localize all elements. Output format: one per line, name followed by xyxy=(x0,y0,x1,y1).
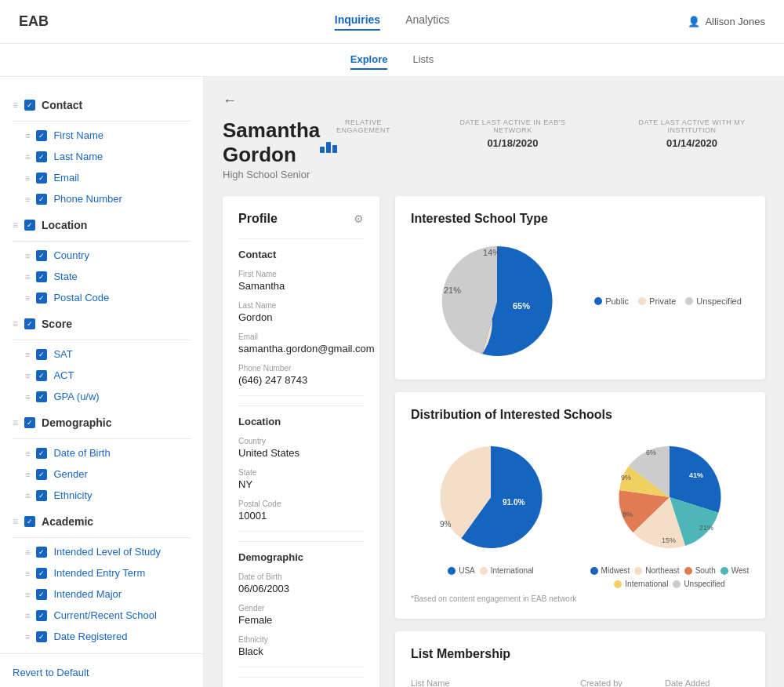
checkbox-entry[interactable] xyxy=(36,568,47,579)
checkbox-level[interactable] xyxy=(36,547,47,558)
drag-handle[interactable]: ≡ xyxy=(13,417,18,428)
sidebar-item-phone: ≡ Phone Number xyxy=(0,188,203,209)
drag-handle[interactable]: ≡ xyxy=(25,350,30,359)
drag-handle[interactable]: ≡ xyxy=(25,632,30,642)
gear-icon[interactable]: ⚙ xyxy=(354,213,364,225)
col-header-name: List Name xyxy=(411,678,580,687)
checkbox-academic[interactable] xyxy=(24,516,35,527)
svg-text:6%: 6% xyxy=(646,449,656,456)
section-header-demographic: ≡ Demographic xyxy=(0,410,203,435)
intl-label: International xyxy=(491,566,534,575)
item-label-lastname: Last Name xyxy=(53,151,103,162)
checkbox-phone[interactable] xyxy=(36,194,47,205)
checkbox-school[interactable] xyxy=(36,610,47,621)
school-type-chart: Interested School Type xyxy=(395,196,765,380)
checkbox-contact[interactable] xyxy=(24,100,35,111)
drag-handle[interactable]: ≡ xyxy=(13,318,18,329)
item-label-level: Intended Level of Study xyxy=(53,546,161,558)
sidebar-section-score: ≡ Score ≡ SAT ≡ ACT ≡ GPA (u/w) xyxy=(0,311,203,407)
field-firstname: First Name Samantha xyxy=(238,270,364,292)
dob-value: 06/06/2003 xyxy=(238,583,364,594)
drag-handle[interactable]: ≡ xyxy=(25,491,30,500)
subnav-explore[interactable]: Explore xyxy=(350,50,388,70)
svg-text:9%: 9% xyxy=(440,520,452,529)
revert-link[interactable]: Revert to Default xyxy=(13,667,191,678)
subnav-lists[interactable]: Lists xyxy=(412,50,434,70)
private-label: Private xyxy=(649,296,676,306)
engagement-stat: RELATIVE ENGAGEMENT xyxy=(320,118,407,153)
sidebar-footer: Revert to Default Cancel Apply xyxy=(0,653,203,687)
profile-header: Samantha Gordon High School Senior RELAT… xyxy=(223,118,765,180)
svg-text:15%: 15% xyxy=(662,536,676,544)
drag-handle[interactable]: ≡ xyxy=(25,392,30,402)
engagement-label: RELATIVE ENGAGEMENT xyxy=(320,118,407,134)
section-label-demographic: Demographic xyxy=(42,416,111,429)
drag-handle[interactable]: ≡ xyxy=(25,611,30,620)
header-user: 👤 Allison Jones xyxy=(688,16,765,27)
checkbox-gender[interactable] xyxy=(36,469,47,480)
drag-handle[interactable]: ≡ xyxy=(25,152,30,162)
usa-intl-chart: 91.0% 9% USA xyxy=(411,434,571,588)
svg-text:21%: 21% xyxy=(699,524,713,532)
sub-nav: Explore Lists xyxy=(0,44,784,77)
section-header-contact: ≡ Contact xyxy=(0,93,203,118)
item-label-dob: Date of Birth xyxy=(53,447,110,459)
public-dot xyxy=(594,297,602,305)
drag-handle[interactable]: ≡ xyxy=(25,371,30,380)
west-dot xyxy=(720,567,728,575)
nav-inquiries[interactable]: Inquiries xyxy=(335,13,380,31)
drag-handle[interactable]: ≡ xyxy=(25,449,30,458)
dob-label: Date of Birth xyxy=(238,572,364,581)
private-dot xyxy=(638,297,646,305)
field-dob: Date of Birth 06/06/2003 xyxy=(238,572,364,594)
northeast-dot xyxy=(634,567,642,575)
checkbox-ethnicity[interactable] xyxy=(36,490,47,501)
email-value: samantha.gordon@gmail.com xyxy=(238,343,364,354)
checkbox-act[interactable] xyxy=(36,370,47,381)
checkbox-firstname[interactable] xyxy=(36,130,47,141)
divider xyxy=(238,395,364,396)
drag-handle[interactable]: ≡ xyxy=(25,470,30,479)
sidebar-item-gender: ≡ Gender xyxy=(0,463,203,485)
drag-handle[interactable]: ≡ xyxy=(25,173,30,183)
country-label: Country xyxy=(238,437,364,445)
drag-handle[interactable]: ≡ xyxy=(25,251,30,260)
divider xyxy=(13,340,191,340)
checkbox-sat[interactable] xyxy=(36,349,47,360)
section-label-score: Score xyxy=(42,318,72,330)
checkbox-state[interactable] xyxy=(36,271,47,282)
drag-handle[interactable]: ≡ xyxy=(13,516,18,527)
checkbox-gpa[interactable] xyxy=(36,391,47,402)
svg-text:65%: 65% xyxy=(513,301,530,311)
checkbox-lastname[interactable] xyxy=(36,151,47,162)
checkbox-demographic[interactable] xyxy=(24,417,35,428)
checkbox-score[interactable] xyxy=(24,318,35,329)
main-layout: ≡ Contact ≡ First Name ≡ Last Name ≡ Ema… xyxy=(0,77,784,687)
drag-handle[interactable]: ≡ xyxy=(25,194,30,204)
field-state: State NY xyxy=(238,468,364,490)
item-label-email: Email xyxy=(53,172,79,184)
checkbox-location[interactable] xyxy=(24,220,35,231)
nav-analytics[interactable]: Analytics xyxy=(405,13,449,31)
checkbox-registered[interactable] xyxy=(36,631,47,642)
drag-handle[interactable]: ≡ xyxy=(25,293,30,303)
south-label: South xyxy=(695,566,716,575)
checkbox-dob[interactable] xyxy=(36,448,47,459)
drag-handle[interactable]: ≡ xyxy=(25,272,30,282)
checkbox-postal[interactable] xyxy=(36,293,47,304)
drag-handle[interactable]: ≡ xyxy=(25,590,30,599)
checkbox-email[interactable] xyxy=(36,173,47,184)
drag-handle[interactable]: ≡ xyxy=(13,220,18,231)
checkbox-country[interactable] xyxy=(36,250,47,261)
back-button[interactable]: ← xyxy=(223,93,237,109)
drag-handle[interactable]: ≡ xyxy=(25,547,30,557)
profile-card-header: Profile ⚙ xyxy=(238,212,364,226)
regions-pie: 41% 21% 15% 8% 9% 6% xyxy=(607,434,732,560)
sidebar-item-registered: ≡ Date Registered xyxy=(0,626,203,647)
midwest-dot xyxy=(590,567,598,575)
drag-handle[interactable]: ≡ xyxy=(25,569,30,578)
checkbox-major[interactable] xyxy=(36,589,47,600)
drag-handle[interactable]: ≡ xyxy=(13,100,18,111)
drag-handle[interactable]: ≡ xyxy=(25,131,30,140)
south-dot xyxy=(684,567,692,575)
